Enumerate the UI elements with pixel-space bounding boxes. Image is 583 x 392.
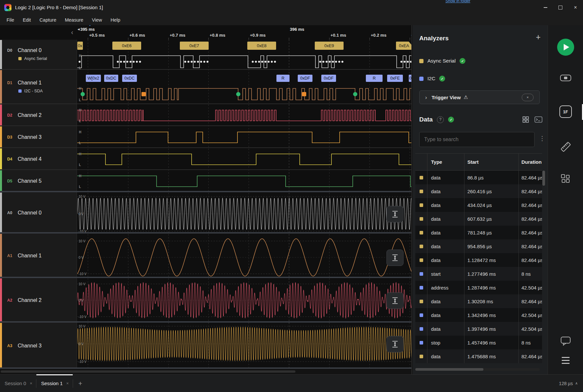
channel-row-a3[interactable]: A3Channel 310 V0 V-10 V [0,323,412,369]
menu-capture[interactable]: Capture [35,15,61,25]
waveform-pane[interactable]: ‹ ◀395 ms396 ms+0.5 ms+0.6 ms+0.7 ms+0.8… [0,25,412,374]
table-hscrollbar[interactable] [415,368,540,371]
feedback-button[interactable] [560,336,571,346]
serial-decoded-frame: 0xE7 [180,42,209,50]
close-tab-icon[interactable]: × [66,381,69,386]
device-settings-button[interactable] [559,73,572,83]
main-menu-button[interactable] [562,357,570,364]
channel-row-a1[interactable]: A1Channel 110 V0 V-10 V [0,233,412,278]
table-view-icon[interactable] [522,116,529,123]
analog-scale-button[interactable] [386,292,404,309]
help-icon[interactable]: ? [437,116,444,123]
waveform-a0[interactable] [77,192,412,233]
add-session-button[interactable]: + [73,380,87,387]
waveform-d3[interactable] [77,126,412,148]
maximize-button[interactable] [553,0,568,15]
channel-row-d4[interactable]: D4Channel 4HL [0,148,412,170]
menu-measure[interactable]: Measure [61,15,87,25]
volt-label: 10 V [79,282,85,286]
cell-start: 607.632 µs [464,216,518,222]
table-row[interactable]: start1.277496 ms8 ns [415,267,542,281]
menu-edit[interactable]: Edit [18,15,35,25]
time-scale-indicator[interactable]: 128 µs ∧ [559,381,578,386]
i2c-decoded-frame: 0xDC [122,75,137,82]
cell-start: 954.856 µs [464,244,518,249]
table-row[interactable]: data86.8 µs82.464 µs [415,171,542,184]
cell-start: 1.128472 ms [464,257,518,263]
right-toolbar: 1F [548,25,583,374]
session-tab-0[interactable]: Session 0× [0,375,36,392]
minimize-button[interactable] [538,0,553,15]
analyzer-color-icon [419,77,423,81]
row-type-color-icon [415,258,427,262]
analyzer-color-icon [18,57,22,60]
analyzer-item-i2c[interactable]: I2C✓ [419,74,445,83]
channel-row-a2[interactable]: A2Channel 210 V0 V-10 V [0,278,412,323]
type-color-square [420,176,423,179]
table-row[interactable]: address1.287496 ms42.504 µs [415,281,542,294]
table-scrollbar-thumb[interactable] [542,171,545,186]
channel-row-d5[interactable]: D5Channel 5HL [0,170,412,192]
menu-view[interactable]: View [87,15,106,25]
cell-start: 86.8 µs [464,175,518,180]
analog-scale-button[interactable] [386,206,404,222]
collapse-panel-chevron-icon[interactable]: ‹ [71,28,73,36]
channel-color-strip [0,278,2,322]
analyzer-item-async-serial[interactable]: Async Serial✓ [419,56,465,65]
channel-row-a0[interactable]: A0Channel 010 V0 V-10 V [0,192,412,233]
session-tab-1[interactable]: Session 1× [36,375,72,392]
start-capture-button[interactable] [557,39,574,56]
table-hscrollbar-thumb[interactable] [415,368,483,371]
close-tab-icon[interactable]: × [30,381,32,386]
minimize-icon [544,7,547,8]
table-row[interactable]: data260.416 µs82.464 µs [415,184,542,198]
timeline-ruler[interactable]: ‹ ◀395 ms396 ms+0.5 ms+0.6 ms+0.7 ms+0.8… [0,25,411,40]
table-row[interactable]: data954.856 µs82.464 µs [415,239,542,253]
table-row[interactable]: data1.475688 ms82.464 µs [415,349,542,363]
table-row[interactable]: stop1.457496 ms8 ns [415,336,542,349]
menu-file[interactable]: File [2,15,18,25]
channel-row-d1[interactable]: D1Channel 1I2C - SDAHL [0,70,412,104]
table-row[interactable]: data781.248 µs82.464 µs [415,226,542,239]
waveform-d2[interactable] [77,104,412,126]
toast-show-in-folder[interactable]: Show in folder [445,0,470,3]
app-window: Logic 2 [Logic Pro 8 - Demo] [Session 1]… [0,0,583,392]
data-title: Data [419,116,433,123]
analog-scale-button[interactable] [386,336,404,352]
ruler-major-right: 396 ms [290,27,304,32]
waveform-a1[interactable] [77,233,412,278]
waveform-a3[interactable] [77,323,412,369]
table-row[interactable]: data434.024 µs82.464 µs [415,198,542,212]
waveform-d4[interactable] [77,148,412,170]
waveform-d5[interactable] [77,170,412,192]
measure-button[interactable] [559,140,572,153]
search-input[interactable] [419,132,535,147]
capture-mode-1f-button[interactable]: 1F [559,105,572,118]
volt-label: -10 V [79,272,86,276]
horizontal-scrollbar-thumb[interactable] [1,370,295,373]
row-separator [0,147,412,148]
analyzer-color-icon [18,89,22,93]
table-row[interactable]: data1.397496 ms42.504 µs [415,322,542,336]
channel-row-d3[interactable]: D3Channel 3HL [0,126,412,148]
add-analyzer-button[interactable]: + [536,32,541,42]
close-trigger-view-button[interactable]: × [522,94,534,101]
close-button[interactable]: × [568,0,583,15]
table-row[interactable]: data1.342496 ms42.504 µs [415,308,542,322]
more-options-icon[interactable]: ⋮ [539,135,545,142]
trigger-view-button[interactable]: › Trigger View ⚠ × [419,90,540,104]
channel-row-d2[interactable]: D2Channel 2HL [0,104,412,126]
toast-link-label[interactable]: Show in folder [445,0,470,3]
table-row[interactable]: data1.128472 ms82.464 µs [415,253,542,267]
warning-icon: ⚠ [464,94,468,100]
menu-help[interactable]: Help [106,15,125,25]
type-color-square [420,272,423,276]
waveform-a2[interactable] [77,278,412,323]
horizontal-scrollbar[interactable] [0,369,412,374]
extensions-button[interactable] [560,174,571,184]
terminal-view-icon[interactable] [535,116,542,123]
table-row[interactable]: data607.632 µs82.464 µs [415,212,542,226]
table-row[interactable]: data1.30208 ms82.464 µs [415,294,542,308]
analog-scale-button[interactable] [386,250,404,266]
channel-name: Channel 2 [18,112,42,118]
